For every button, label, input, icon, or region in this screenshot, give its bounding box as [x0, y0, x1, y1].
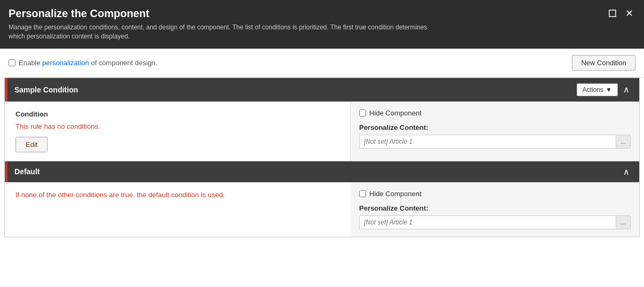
personalization-link[interactable]: personalization: [42, 59, 89, 67]
sample-condition-header: Sample Condition Actions ▼ ∧: [5, 78, 639, 102]
default-right: Hide Component Personalize Content: ...: [351, 182, 639, 237]
personalize-content-label: Personalize Content:: [359, 123, 631, 131]
dialog-title: Personalize the Component: [9, 7, 606, 20]
condition-label: Condition: [15, 110, 339, 118]
collapse-sample-button[interactable]: ∧: [621, 84, 632, 95]
hide-component-label: Hide Component: [369, 109, 422, 117]
sample-condition-title: Sample Condition: [12, 86, 78, 94]
toolbar-row: Enable personalization of component desi…: [0, 49, 644, 77]
close-button[interactable]: ✕: [623, 7, 635, 19]
svg-rect-0: [609, 10, 616, 17]
hide-component-row: Hide Component: [359, 109, 631, 117]
hide-component-checkbox[interactable]: [359, 110, 366, 117]
default-hide-component-row: Hide Component: [359, 190, 631, 198]
dialog-header-left: Personalize the Component Manage the per…: [9, 7, 606, 41]
enable-label-text: Enable personalization of component desi…: [19, 59, 157, 67]
condition-note: This rule has no conditions.: [15, 122, 339, 130]
default-personalize-input[interactable]: [359, 215, 616, 229]
default-note: If none of the other conditions are true…: [15, 191, 340, 199]
personalize-browse-button[interactable]: ...: [616, 135, 631, 149]
default-hide-component-checkbox[interactable]: [359, 190, 366, 197]
sample-condition-right: Hide Component Personalize Content: ...: [351, 102, 639, 161]
enable-personalization-checkbox[interactable]: [9, 59, 15, 66]
default-personalize-browse-button[interactable]: ...: [616, 215, 631, 229]
default-section-title: Default: [12, 167, 40, 176]
dialog-header-controls: ✕: [606, 7, 635, 19]
default-left: If none of the other conditions are true…: [5, 182, 351, 237]
edit-button[interactable]: Edit: [15, 137, 48, 152]
default-personalize-input-row: ...: [359, 215, 631, 229]
dialog-subtitle: Manage the personalization conditions, c…: [9, 23, 436, 41]
maximize-button[interactable]: [606, 8, 619, 19]
actions-label: Actions: [583, 86, 603, 94]
default-section-body: If none of the other conditions are true…: [5, 182, 639, 237]
enable-personalization-row: Enable personalization of component desi…: [9, 59, 157, 67]
collapse-default-button[interactable]: ∧: [621, 167, 632, 177]
default-section: Default ∧ If none of the other condition…: [4, 161, 640, 237]
default-hide-component-label: Hide Component: [369, 190, 422, 198]
personalize-input-row: ...: [359, 135, 631, 149]
default-header-right: ∧: [621, 167, 632, 177]
sections-wrapper: Sample Condition Actions ▼ ∧ Condition T…: [0, 77, 644, 237]
personalize-content-input[interactable]: [359, 135, 616, 149]
actions-dropdown-icon: ▼: [606, 86, 612, 94]
sample-condition-left: Condition This rule has no conditions. E…: [5, 102, 351, 161]
sample-condition-body: Condition This rule has no conditions. E…: [5, 102, 639, 161]
actions-button[interactable]: Actions ▼: [577, 83, 618, 96]
default-personalize-label: Personalize Content:: [359, 204, 631, 212]
dialog-header: Personalize the Component Manage the per…: [0, 0, 644, 49]
default-section-header: Default ∧: [5, 161, 639, 182]
sample-condition-section: Sample Condition Actions ▼ ∧ Condition T…: [4, 77, 640, 161]
sample-condition-header-right: Actions ▼ ∧: [577, 83, 632, 96]
new-condition-button[interactable]: New Condition: [572, 55, 635, 71]
